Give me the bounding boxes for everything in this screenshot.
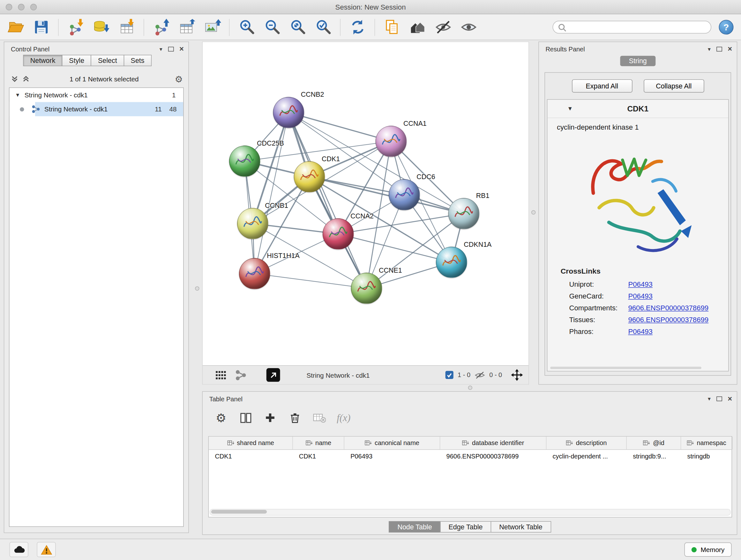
panel-collapse-icon[interactable]: ▾ <box>708 395 711 402</box>
network-node-label: CCNA2 <box>350 212 374 220</box>
panel-float-icon[interactable] <box>717 396 722 401</box>
open-in-new-window-button[interactable] <box>266 368 280 382</box>
panel-close-icon[interactable]: × <box>728 47 732 52</box>
window-minimize-button[interactable] <box>18 4 24 10</box>
refresh-view-button[interactable] <box>345 16 370 38</box>
fit-content-button[interactable] <box>285 16 310 38</box>
crosslink-value-link[interactable]: 9606.ENSP00000378699 <box>628 316 709 324</box>
vertical-splitter-handle[interactable] <box>195 287 199 291</box>
panel-collapse-icon[interactable]: ▾ <box>708 46 711 53</box>
network-canvas[interactable]: CCNB2CCNA1CDC25BCDK1CDC6RB1CCNB1CCNA2CDK… <box>203 42 529 366</box>
export-image-button[interactable] <box>199 16 225 38</box>
table-row[interactable]: CDK1CDK1P064939606.ENSP00000378699cyclin… <box>209 450 731 462</box>
move-crosshair-icon[interactable] <box>511 369 523 381</box>
column-header-shared-name[interactable]: shared name <box>209 437 293 449</box>
import-network-file-button[interactable] <box>63 16 88 38</box>
zoom-out-button[interactable] <box>259 16 285 38</box>
control-tab-sets[interactable]: Sets <box>124 55 151 66</box>
zoom-in-button[interactable] <box>234 16 259 38</box>
cloud-button[interactable] <box>10 542 28 557</box>
network-node-CCNB2[interactable] <box>273 97 304 128</box>
results-scrollbar[interactable] <box>550 367 701 369</box>
network-node-CCNE1[interactable] <box>351 273 382 304</box>
panel-float-icon[interactable] <box>168 47 174 52</box>
save-session-button[interactable] <box>28 16 54 38</box>
tab-node-table[interactable]: Node Table <box>389 521 441 533</box>
column-header-name[interactable]: name <box>293 437 344 449</box>
collapse-all-button[interactable]: Collapse All <box>644 79 704 92</box>
help-button[interactable]: ? <box>719 20 734 35</box>
export-network-button[interactable] <box>148 16 174 38</box>
memory-button[interactable]: Memory <box>684 543 731 557</box>
show-all-button[interactable] <box>456 16 481 38</box>
open-session-button[interactable] <box>3 16 28 38</box>
network-node-CCNB1[interactable] <box>237 208 268 239</box>
column-header-database-identifier[interactable]: database identifier <box>440 437 546 449</box>
tab-edge-table[interactable]: Edge Table <box>440 521 491 533</box>
add-column-icon[interactable] <box>263 411 277 425</box>
expand-all-networks-icon[interactable] <box>22 75 30 83</box>
control-tab-style[interactable]: Style <box>62 55 91 66</box>
panel-collapse-icon[interactable]: ▾ <box>159 46 162 53</box>
control-tab-select[interactable]: Select <box>91 55 124 66</box>
network-node-CCNA2[interactable] <box>323 219 354 250</box>
horizontal-scrollbar[interactable] <box>210 509 731 516</box>
collapse-all-networks-icon[interactable] <box>11 75 18 83</box>
crosslink-value-link[interactable]: P06493 <box>628 280 653 288</box>
horizontal-splitter-handle[interactable] <box>468 386 472 390</box>
network-node-CDK1[interactable] <box>294 161 325 192</box>
column-header-canonical-name[interactable]: canonical name <box>344 437 440 449</box>
network-node-CDC6[interactable] <box>389 179 420 210</box>
table-cell[interactable]: stringdb:9... <box>627 453 681 460</box>
crosslink-value-link[interactable]: P06493 <box>628 327 653 335</box>
expand-triangle-icon[interactable]: ▼ <box>15 92 20 98</box>
tab-network-table[interactable]: Network Table <box>491 521 551 533</box>
home-button[interactable] <box>405 16 430 38</box>
import-network-database-button[interactable] <box>88 16 114 38</box>
window-close-button[interactable] <box>6 4 12 10</box>
table-cell[interactable]: cyclin-dependent ... <box>546 453 627 460</box>
vertical-splitter-handle[interactable] <box>531 210 536 214</box>
export-table-button[interactable] <box>174 16 199 38</box>
scrollbar-thumb[interactable] <box>211 510 267 514</box>
column-header-description[interactable]: description <box>546 437 627 449</box>
warning-button[interactable] <box>37 542 56 557</box>
network-options-gear-icon[interactable]: ⚙ <box>175 73 183 84</box>
panel-close-icon[interactable]: × <box>179 47 184 52</box>
search-input[interactable] <box>566 23 706 32</box>
network-node-HIST1H1A[interactable] <box>239 258 270 289</box>
network-node-CDC25B[interactable] <box>229 145 260 177</box>
network-node-CCNA1[interactable] <box>376 126 407 157</box>
tab-string[interactable]: String <box>620 56 656 66</box>
column-header-namespac[interactable]: namespac <box>681 437 732 449</box>
table-cell[interactable]: P06493 <box>344 453 440 460</box>
expand-all-button[interactable]: Expand All <box>572 79 632 92</box>
table-cell[interactable]: 9606.ENSP00000378699 <box>440 453 546 460</box>
window-zoom-button[interactable] <box>30 4 37 10</box>
control-tab-network[interactable]: Network <box>23 55 63 66</box>
copy-document-button[interactable] <box>379 16 405 38</box>
table-cell[interactable]: stringdb <box>681 453 732 460</box>
show-columns-icon[interactable] <box>239 411 253 425</box>
panel-close-icon[interactable]: × <box>728 396 732 401</box>
panel-float-icon[interactable] <box>717 47 722 52</box>
import-table-file-button[interactable] <box>114 16 139 38</box>
hide-selected-button[interactable] <box>430 16 456 38</box>
crosslink-value-link[interactable]: P06493 <box>628 292 653 300</box>
entry-collapse-icon[interactable]: ▼ <box>567 105 573 112</box>
column-header--id[interactable]: @id <box>627 437 681 449</box>
network-node-CDKN1A[interactable] <box>436 247 467 278</box>
selected-checkbox-icon[interactable] <box>446 371 454 379</box>
table-cell[interactable]: CDK1 <box>293 453 344 460</box>
network-glyph-icon[interactable] <box>235 369 247 381</box>
function-builder-icon[interactable]: f(x) <box>337 412 350 424</box>
network-row[interactable]: String Network - cdk1 11 48 <box>10 102 184 116</box>
delete-column-icon[interactable] <box>287 411 301 425</box>
grid-view-icon[interactable] <box>215 370 227 380</box>
table-settings-gear-icon[interactable]: ⚙ <box>214 411 228 425</box>
network-collection-row[interactable]: ▼ String Network - cdk1 1 <box>10 88 184 102</box>
crosslink-value-link[interactable]: 9606.ENSP00000378699 <box>628 304 709 312</box>
zoom-selected-button[interactable] <box>310 16 336 38</box>
table-cell[interactable]: CDK1 <box>209 453 293 460</box>
network-node-RB1[interactable] <box>448 198 480 229</box>
